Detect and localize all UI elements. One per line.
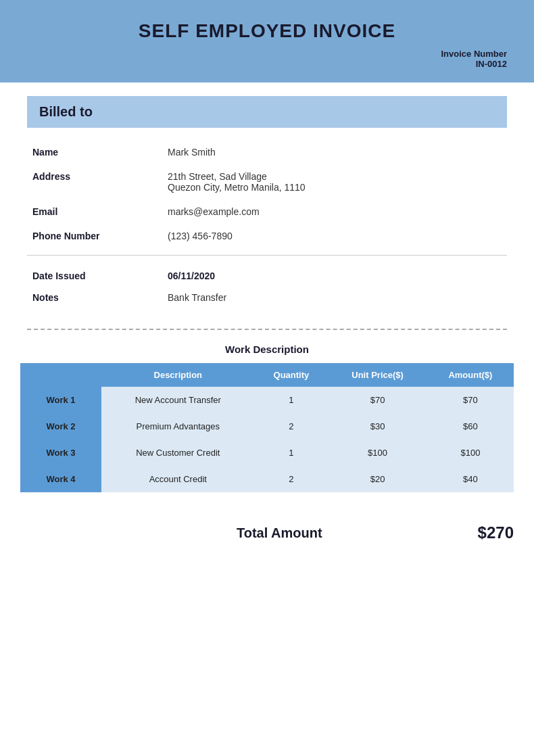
notes-value: Bank Transfer [162, 287, 507, 308]
billed-to-header: Billed to [27, 96, 507, 128]
work-amount: $100 [427, 440, 514, 466]
total-label: Total Amount [237, 525, 322, 541]
page: SELF EMPLOYED INVOICE Invoice Number IN-… [0, 0, 534, 756]
date-row: Date Issued 06/11/2020 [27, 265, 507, 287]
total-value: $270 [478, 523, 514, 542]
email-label: Email [27, 199, 162, 224]
dashed-separator [27, 329, 507, 330]
work-table: Description Quantity Unit Price($) Amoun… [20, 363, 514, 492]
work-quantity: 1 [255, 387, 329, 413]
invoice-number-value: IN-0012 [27, 59, 507, 69]
col-header-empty [20, 363, 101, 387]
address-row: Address 21th Street, Sad Village Quezon … [27, 164, 507, 199]
work-unit-price: $20 [328, 466, 427, 492]
work-unit-price: $70 [328, 387, 427, 413]
table-row: Work 3 New Customer Credit 1 $100 $100 [20, 440, 514, 466]
invoice-number-label: Invoice Number [27, 49, 507, 59]
work-description: Premium Advantages [101, 413, 255, 440]
email-row: Email marks@example.com [27, 199, 507, 224]
name-value: Mark Smith [162, 140, 507, 164]
name-label: Name [27, 140, 162, 164]
work-amount: $60 [427, 413, 514, 440]
billing-info-table: Name Mark Smith Address 21th Street, Sad… [27, 140, 507, 248]
table-row: Work 1 New Account Transfer 1 $70 $70 [20, 387, 514, 413]
work-description: New Account Transfer [101, 387, 255, 413]
work-quantity: 2 [255, 466, 329, 492]
phone-value: (123) 456-7890 [162, 224, 507, 248]
address-line2: Quezon City, Metro Manila, 1110 [168, 182, 306, 193]
col-header-description: Description [101, 363, 255, 387]
date-notes-table: Date Issued 06/11/2020 Notes Bank Transf… [27, 265, 507, 308]
address-value: 21th Street, Sad Village Quezon City, Me… [162, 164, 507, 199]
work-section-title: Work Description [20, 344, 514, 355]
billed-to-section: Billed to Name Mark Smith Address 21th S… [0, 82, 534, 315]
work-amount: $40 [427, 466, 514, 492]
date-label: Date Issued [27, 265, 162, 287]
work-quantity: 2 [255, 413, 329, 440]
header: SELF EMPLOYED INVOICE Invoice Number IN-… [0, 0, 534, 82]
divider [27, 255, 507, 256]
work-amount: $70 [427, 387, 514, 413]
date-value: 06/11/2020 [162, 265, 507, 287]
work-unit-price: $100 [328, 440, 427, 466]
work-description: New Customer Credit [101, 440, 255, 466]
work-section: Work Description Description Quantity Un… [0, 344, 534, 506]
address-line1: 21th Street, Sad Village [168, 171, 267, 182]
work-quantity: 1 [255, 440, 329, 466]
work-description: Account Credit [101, 466, 255, 492]
table-row: Work 2 Premium Advantages 2 $30 $60 [20, 413, 514, 440]
phone-label: Phone Number [27, 224, 162, 248]
email-value: marks@example.com [162, 199, 507, 224]
address-label: Address [27, 164, 162, 199]
work-label-cell: Work 1 [20, 387, 101, 413]
notes-label: Notes [27, 287, 162, 308]
work-unit-price: $30 [328, 413, 427, 440]
table-row: Work 4 Account Credit 2 $20 $40 [20, 466, 514, 492]
notes-row: Notes Bank Transfer [27, 287, 507, 308]
total-row: Total Amount $270 [0, 513, 534, 556]
col-header-unit-price: Unit Price($) [328, 363, 427, 387]
col-header-quantity: Quantity [255, 363, 329, 387]
table-header-row: Description Quantity Unit Price($) Amoun… [20, 363, 514, 387]
work-label-cell: Work 2 [20, 413, 101, 440]
invoice-number-block: Invoice Number IN-0012 [27, 49, 507, 69]
name-row: Name Mark Smith [27, 140, 507, 164]
work-label-cell: Work 3 [20, 440, 101, 466]
work-label-cell: Work 4 [20, 466, 101, 492]
col-header-amount: Amount($) [427, 363, 514, 387]
phone-row: Phone Number (123) 456-7890 [27, 224, 507, 248]
page-title: SELF EMPLOYED INVOICE [27, 20, 507, 42]
